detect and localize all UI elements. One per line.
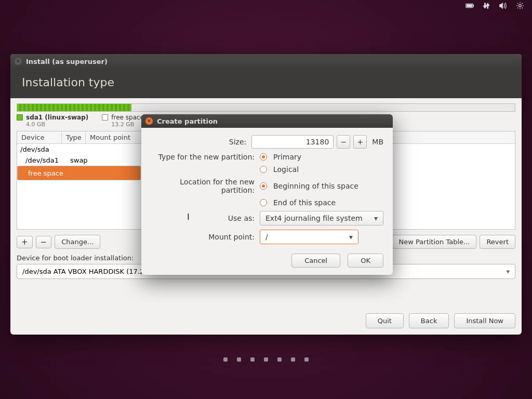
window-titlebar[interactable]: ✕ Install (as superuser) [10,54,522,69]
close-icon[interactable]: ✕ [145,117,153,125]
volume-icon[interactable] [499,2,508,11]
change-partition-button[interactable]: Change... [55,235,100,249]
column-header[interactable]: Type [62,131,86,143]
svg-rect-1 [473,5,474,6]
mountpoint-label: Mount point: [151,233,260,241]
cancel-button[interactable]: Cancel [291,254,340,268]
swatch-icon [17,114,23,121]
partition-bar-free[interactable] [131,104,515,111]
table-row[interactable]: free space [17,166,141,180]
add-partition-button[interactable]: + [17,236,33,248]
progress-dot [250,357,255,362]
partition-usage-bar[interactable] [17,103,515,112]
dialog-titlebar[interactable]: ✕ Create partition [141,114,393,128]
chevron-down-icon: ▾ [506,268,510,275]
progress-dot [304,357,309,362]
size-label: Size: [151,138,251,146]
svg-line-8 [517,3,518,4]
legend-item: sda1 (linux-swap)4.0 GB [17,114,88,128]
useas-label: Use as: [151,214,260,222]
window-title: Install (as superuser) [26,58,108,65]
svg-line-11 [522,3,523,4]
create-partition-dialog: ✕ Create partition Size: 13180 − + MB Ty… [141,114,393,275]
progress-dot [223,357,228,362]
radio-location-end[interactable] [260,199,267,206]
system-tray [458,0,532,12]
dialog-title: Create partition [157,117,218,125]
svg-point-3 [519,4,522,7]
ok-button[interactable]: OK [348,254,383,268]
swatch-icon [102,114,108,121]
useas-select[interactable]: Ext4 journaling file system▾ [260,211,383,225]
radio-logical[interactable] [260,166,267,173]
svg-line-9 [522,7,523,8]
radio-location-begin[interactable] [260,182,267,190]
size-unit: MB [372,138,383,146]
chevron-down-icon: ▾ [374,214,378,222]
partition-bar-swap[interactable] [17,104,131,111]
column-header[interactable]: Mount point [86,131,148,143]
install-now-button[interactable]: Install Now [454,313,515,328]
legend-item: free space13.2 GB [102,114,144,128]
wizard-progress-dots [0,357,532,362]
page-title: Installation type [10,69,522,98]
revert-button[interactable]: Revert [480,235,515,249]
svg-rect-2 [467,4,472,7]
wizard-footer: Quit Back Install Now [366,313,515,328]
size-increment-button[interactable]: + [353,135,367,149]
svg-line-10 [517,7,518,8]
column-header[interactable]: Device [17,131,62,143]
size-input[interactable]: 13180 [251,135,334,149]
back-button[interactable]: Back [409,313,449,328]
gear-icon[interactable] [515,2,525,11]
chevron-down-icon: ▾ [349,233,353,241]
network-icon[interactable] [482,2,491,11]
text-cursor-icon: I [187,212,190,222]
progress-dot [291,357,295,362]
remove-partition-button[interactable]: − [36,236,52,248]
location-label: Location for the new partition: [151,178,260,194]
progress-dot [264,357,268,362]
type-label: Type for the new partition: [151,153,260,161]
size-decrement-button[interactable]: − [337,135,350,149]
progress-dot [277,357,282,362]
new-partition-table-button[interactable]: New Partition Table... [392,235,477,249]
progress-dot [237,357,241,362]
mountpoint-combobox[interactable]: /▾ [260,230,358,244]
quit-button[interactable]: Quit [366,313,404,328]
radio-primary[interactable] [260,153,267,161]
close-icon[interactable]: ✕ [15,58,22,65]
battery-icon[interactable] [466,2,475,11]
